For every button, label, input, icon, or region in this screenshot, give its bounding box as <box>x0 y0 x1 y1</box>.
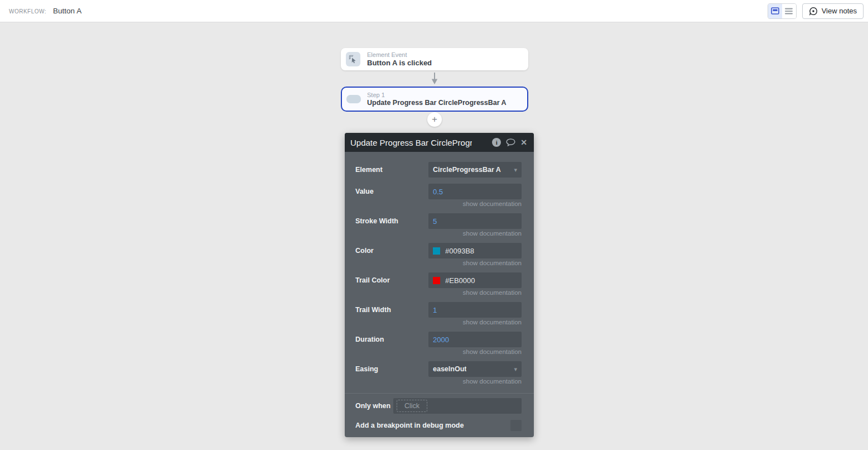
value-control: 0.5show documentation <box>428 184 522 208</box>
action-step-icon <box>346 95 361 103</box>
field-row-value: Value0.5show documentation <box>355 184 522 208</box>
event-card[interactable]: Element Event Button A is clicked <box>341 48 528 70</box>
trail-color-swatch[interactable] <box>433 277 440 284</box>
comment-icon[interactable] <box>506 138 515 146</box>
easing-label: Easing <box>355 361 428 386</box>
show-documentation-link[interactable]: show documentation <box>428 319 522 327</box>
field-row-color: Color#0093B8show documentation <box>355 243 522 267</box>
color-value: #0093B8 <box>445 247 474 255</box>
trail-color-value: #EB0000 <box>445 276 475 285</box>
duration-label: Duration <box>355 332 428 356</box>
duration-value: 2000 <box>433 336 449 344</box>
panel-fields: ElementCircleProgressBar A▾Value0.5show … <box>345 152 534 393</box>
field-row-easing: EasingeaseInOut▾show documentation <box>355 361 522 386</box>
only-when-label: Only when <box>355 398 393 414</box>
only-when-placeholder[interactable]: Click <box>397 400 427 412</box>
value-value: 0.5 <box>433 188 443 196</box>
step-number-label: Step 1 <box>367 92 507 99</box>
field-row-trail-width: Trail Width1show documentation <box>355 302 522 327</box>
stroke-width-control: 5show documentation <box>428 213 522 238</box>
add-action-button[interactable]: + <box>427 112 442 127</box>
event-type-label: Element Event <box>367 51 432 59</box>
chevron-down-icon: ▾ <box>514 166 517 174</box>
workflow-label: WORKFLOW: <box>9 8 46 15</box>
only-when-row: Only when Click <box>355 398 522 414</box>
show-documentation-link[interactable]: show documentation <box>428 289 522 297</box>
value-input[interactable]: 0.5 <box>428 184 522 199</box>
breakpoint-row: Add a breakpoint in debug mode <box>355 420 522 431</box>
list-view-icon <box>785 8 793 15</box>
field-row-element: ElementCircleProgressBar A▾ <box>355 162 522 178</box>
trail-width-label: Trail Width <box>355 302 428 327</box>
workflow-name: Button A <box>53 7 81 15</box>
card-view-button[interactable] <box>768 4 782 18</box>
show-documentation-link[interactable]: show documentation <box>428 200 522 208</box>
chevron-down-icon: ▾ <box>514 366 517 373</box>
notes-bubble-icon <box>809 7 818 16</box>
event-title: Button A is clicked <box>367 59 432 67</box>
view-notes-button[interactable]: View notes <box>802 3 864 19</box>
info-icon[interactable]: i <box>492 138 501 147</box>
trail-color-input[interactable]: #EB0000 <box>428 272 522 288</box>
element-event-icon <box>346 52 360 66</box>
stroke-width-label: Stroke Width <box>355 213 428 238</box>
trail-width-control: 1show documentation <box>428 302 522 327</box>
element-label: Element <box>355 162 428 178</box>
card-view-icon <box>771 7 779 15</box>
list-view-button[interactable] <box>782 4 796 18</box>
step-card-selected[interactable]: Step 1 Update Progress Bar CircleProgres… <box>341 87 528 112</box>
element-control: CircleProgressBar A▾ <box>428 162 522 178</box>
field-row-trail-color: Trail Color#EB0000show documentation <box>355 272 522 297</box>
easing-value: easeInOut <box>433 365 466 373</box>
trail-color-control: #EB0000show documentation <box>428 272 522 297</box>
panel-header[interactable]: Update Progress Bar CircleProgressBar A … <box>345 133 534 152</box>
field-row-stroke-width: Stroke Width5show documentation <box>355 213 522 238</box>
action-properties-panel: Update Progress Bar CircleProgressBar A … <box>345 133 534 437</box>
trail-width-input[interactable]: 1 <box>428 302 522 318</box>
breakpoint-label: Add a breakpoint in debug mode <box>355 422 464 429</box>
workflow-breadcrumb: WORKFLOW: Button A <box>9 7 81 15</box>
view-notes-label: View notes <box>822 7 857 15</box>
easing-dropdown[interactable]: easeInOut▾ <box>428 361 522 377</box>
breakpoint-checkbox[interactable] <box>510 420 522 431</box>
duration-input[interactable]: 2000 <box>428 332 522 347</box>
panel-footer: Only when Click Add a breakpoint in debu… <box>345 393 534 437</box>
color-swatch[interactable] <box>433 247 440 255</box>
field-row-duration: Duration2000show documentation <box>355 332 522 356</box>
panel-title: Update Progress Bar CircleProgressBar A <box>350 138 472 147</box>
easing-control: easeInOut▾show documentation <box>428 361 522 386</box>
only-when-input[interactable]: Click <box>393 398 522 414</box>
flow-arrow-down-icon <box>430 73 439 85</box>
close-icon[interactable]: ✕ <box>520 138 527 146</box>
view-mode-toggle <box>768 3 797 19</box>
show-documentation-link[interactable]: show documentation <box>428 260 522 267</box>
element-value: CircleProgressBar A <box>433 166 501 174</box>
stroke-width-value: 5 <box>433 217 437 226</box>
trail-width-value: 1 <box>433 306 437 314</box>
value-label: Value <box>355 184 428 208</box>
color-control: #0093B8show documentation <box>428 243 522 267</box>
duration-control: 2000show documentation <box>428 332 522 356</box>
top-toolbar: WORKFLOW: Button A View notes <box>0 0 868 22</box>
show-documentation-link[interactable]: show documentation <box>428 348 522 356</box>
element-dropdown[interactable]: CircleProgressBar A▾ <box>428 162 522 178</box>
show-documentation-link[interactable]: show documentation <box>428 230 522 238</box>
color-label: Color <box>355 243 428 267</box>
step-title: Update Progress Bar CircleProgressBar A <box>367 99 507 107</box>
color-input[interactable]: #0093B8 <box>428 243 522 258</box>
toolbar-actions: View notes <box>768 3 864 19</box>
show-documentation-link[interactable]: show documentation <box>428 378 522 386</box>
trail-color-label: Trail Color <box>355 272 428 297</box>
stroke-width-input[interactable]: 5 <box>428 213 522 229</box>
